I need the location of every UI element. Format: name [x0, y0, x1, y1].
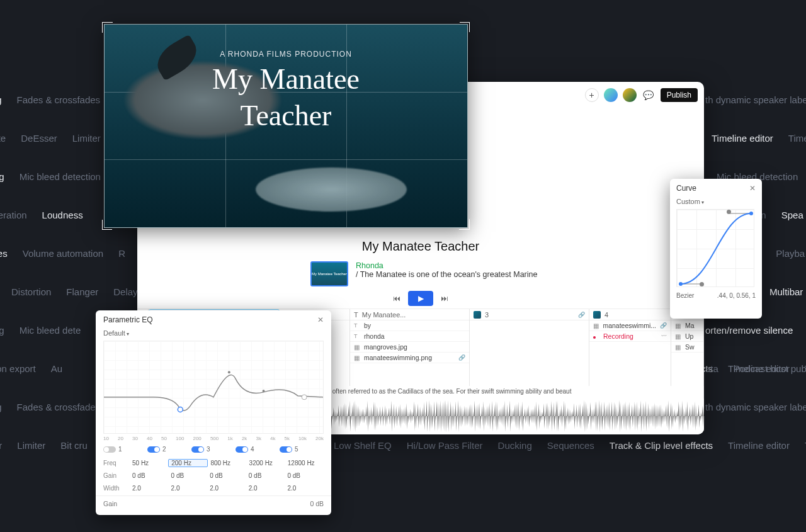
eq-width-value[interactable]: 2.0 [246, 485, 285, 492]
link-icon: 🔗 [660, 322, 667, 329]
parametric-eq-panel[interactable]: Parametric EQ✕ Default 10203040501002005… [96, 310, 331, 515]
avatar-1[interactable] [604, 88, 618, 102]
svg-point-6 [679, 282, 683, 286]
preview-title: My ManateeTeacher [105, 61, 467, 133]
eq-band-toggles: 12345 [96, 443, 331, 455]
eq-freq-value[interactable]: 800 Hz [208, 460, 246, 467]
eq-footer-label: Gain [103, 500, 117, 507]
track-row: Ma [685, 322, 695, 329]
eq-band-toggle[interactable]: 5 [280, 446, 324, 453]
track-row: rhonda [364, 332, 385, 340]
eq-width-value[interactable]: 2.0 [207, 485, 246, 492]
caption: They're often referred to as the Cadilla… [306, 386, 704, 399]
eq-footer-value: 0 dB [310, 500, 324, 507]
track-row-recording: Recording [603, 332, 633, 340]
svg-point-3 [302, 395, 307, 400]
eq-gain-value[interactable]: 0 dB [285, 472, 324, 479]
scene-number: 3 [485, 311, 489, 319]
curve-title: Curve [676, 184, 696, 193]
curve-preset-dropdown[interactable]: Custom [670, 198, 762, 209]
scene-icon [593, 311, 601, 319]
eq-gain-value[interactable]: 0 dB [169, 472, 208, 479]
eq-row-label: Width [103, 485, 130, 492]
eq-freq-value[interactable]: 12800 Hz [285, 460, 324, 467]
avatar-2[interactable] [623, 88, 637, 102]
play-button[interactable]: ▶ [408, 291, 433, 306]
eq-row-label: Gain [103, 472, 130, 479]
curve-type: Bezier [676, 292, 694, 299]
eq-gain-value[interactable]: 0 dB [130, 472, 169, 479]
eq-graph[interactable] [103, 341, 324, 434]
timeline-col-4[interactable]: 4 ▦manateeswimmi...🔗 Recording〰 [589, 309, 671, 386]
curve-handle[interactable] [700, 282, 704, 286]
track-row: by [364, 322, 371, 329]
manatee-graphic-2 [256, 167, 407, 212]
timeline-col-5[interactable]: ▦Ma ▦Up ▦Sw [671, 309, 704, 386]
close-icon[interactable]: ✕ [317, 315, 324, 324]
track-row: manateeswimming.png [364, 354, 432, 361]
editor-topbar: + 💬 Publish [585, 88, 698, 102]
scene-icon [474, 311, 481, 319]
close-icon[interactable]: ✕ [749, 184, 756, 193]
svg-point-7 [749, 212, 753, 215]
eq-band-toggle[interactable]: 2 [147, 446, 191, 453]
eq-width-value[interactable]: 2.0 [130, 485, 169, 492]
eq-width-value[interactable]: 2.0 [285, 485, 324, 492]
script-line[interactable]: / The Manatee is one of the ocean's grea… [310, 270, 666, 279]
script-area[interactable]: My Manatee Teacher Rhonda / The Manatee … [310, 261, 666, 286]
preview-subtitle: A RHONDA FILMS PRODUCTION [105, 50, 467, 59]
publish-button[interactable]: Publish [661, 88, 698, 102]
track-row: manateeswimmi... [603, 322, 656, 329]
eq-band-toggle[interactable]: 3 [191, 446, 236, 453]
script-thumbnail[interactable]: My Manatee Teacher [310, 261, 348, 286]
svg-point-1 [228, 371, 230, 373]
wave-icon: 〰 [661, 333, 667, 339]
timeline-col-3[interactable]: 3🔗 [470, 309, 589, 386]
eq-preset-dropdown[interactable]: Default [96, 329, 331, 341]
comment-icon[interactable]: 💬 [642, 88, 656, 102]
eq-gain-value[interactable]: 0 dB [246, 472, 285, 479]
track-header: My Manatee... [362, 311, 406, 319]
playback-controls: ⏮ ▶ ⏭ [137, 291, 704, 306]
track-row: Up [685, 332, 693, 340]
eq-freq-value[interactable]: 3200 Hz [247, 460, 285, 467]
speaker-name[interactable]: Rhonda [310, 261, 666, 270]
prev-button[interactable]: ⏮ [388, 291, 406, 305]
track-row: mangroves.jpg [364, 343, 407, 351]
scene-number: 4 [604, 311, 608, 319]
link-icon: 🔗 [578, 312, 585, 318]
eq-freq-value[interactable]: 200 Hz [168, 459, 208, 467]
timeline-col-tracks[interactable]: TMy Manatee... Tby Trhonda ▦mangroves.jp… [350, 309, 470, 386]
curve-graph[interactable] [676, 209, 754, 287]
link-icon: 🔗 [458, 354, 465, 361]
eq-freq-value[interactable]: 50 Hz [130, 460, 168, 467]
video-preview[interactable]: A RHONDA FILMS PRODUCTION My ManateeTeac… [104, 24, 468, 228]
svg-point-2 [263, 390, 265, 392]
curve-panel[interactable]: Curve✕ Custom Bezier.44, 0, 0.56, 1 [670, 179, 762, 319]
eq-band-toggle[interactable]: 4 [236, 446, 280, 453]
eq-row-label: Freq [103, 460, 130, 467]
svg-point-0 [178, 407, 183, 412]
track-row: Sw [685, 343, 695, 351]
document-title[interactable]: My Manatee Teacher [137, 239, 704, 254]
eq-width-value[interactable]: 2.0 [169, 485, 208, 492]
curve-values: .44, 0, 0.56, 1 [717, 292, 756, 299]
eq-title: Parametric EQ [103, 315, 153, 324]
next-button[interactable]: ⏭ [436, 291, 453, 305]
eq-gain-value[interactable]: 0 dB [207, 472, 246, 479]
eq-x-ticks: 10203040501002005001k2k3k4k5k10k20k [96, 434, 331, 443]
add-button[interactable]: + [585, 88, 599, 102]
eq-band-toggle[interactable]: 1 [103, 446, 147, 453]
curve-handle[interactable] [727, 210, 731, 214]
